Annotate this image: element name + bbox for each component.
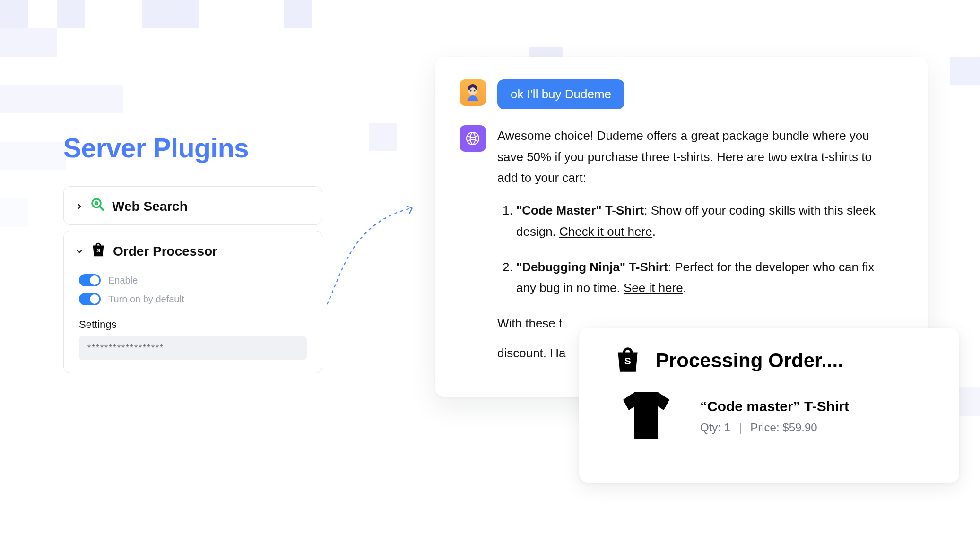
default-toggle-label: Turn on by default (108, 294, 184, 305)
settings-input[interactable] (79, 336, 307, 360)
plugin-web-search-label: Web Search (112, 199, 188, 214)
default-toggle[interactable] (79, 293, 101, 305)
enable-toggle[interactable] (79, 274, 101, 286)
user-message-bubble: ok I'll buy Dudeme (497, 79, 624, 109)
order-product-name: “Code master” T-Shirt (700, 398, 849, 414)
processing-order-card: S Processing Order.... “Code master” T-S… (579, 328, 959, 483)
settings-label: Settings (64, 312, 322, 336)
page-title: Server Plugins (63, 132, 249, 164)
bot-avatar (460, 125, 486, 152)
shopping-bag-icon: S (613, 345, 642, 376)
connector-arrow-icon (324, 203, 419, 307)
chevron-right-icon (75, 202, 84, 211)
svg-text:S: S (624, 355, 631, 366)
svg-point-1 (95, 201, 98, 205)
suggestion-name: "Debugging Ninja" T-Shirt (516, 260, 668, 274)
processing-title: Processing Order.... (656, 349, 843, 372)
user-avatar (460, 79, 486, 106)
list-item: "Debugging Ninja" T-Shirt: Perfect for t… (516, 257, 890, 299)
plugin-order-header[interactable]: S Order Processor (64, 231, 322, 269)
tshirt-icon (613, 389, 679, 443)
search-icon (90, 197, 105, 215)
chevron-down-icon (75, 247, 84, 256)
plugin-card-web-search[interactable]: Web Search (63, 186, 322, 225)
enable-toggle-label: Enable (108, 275, 138, 286)
separator: | (739, 421, 742, 434)
suggestion-link[interactable]: See it here (624, 281, 683, 295)
suggestion-link[interactable]: Check it out here (559, 224, 652, 239)
plugin-card-order-processor: S Order Processor Enable Turn on by defa… (63, 231, 322, 373)
shopping-bag-icon: S (90, 241, 106, 261)
svg-line-2 (100, 207, 104, 210)
list-item: "Code Master" T-Shirt: Show off your cod… (516, 200, 890, 242)
order-price: Price: $59.90 (750, 421, 817, 434)
svg-point-6 (474, 90, 475, 91)
svg-point-7 (467, 132, 479, 145)
plugin-order-label: Order Processor (113, 244, 217, 259)
bot-intro-text: Awesome choice! Dudeme offers a great pa… (497, 125, 890, 189)
svg-text:S: S (96, 248, 100, 253)
suggestion-name: "Code Master" T-Shirt (516, 203, 644, 217)
svg-point-5 (470, 90, 471, 91)
order-qty: Qty: 1 (700, 421, 730, 434)
